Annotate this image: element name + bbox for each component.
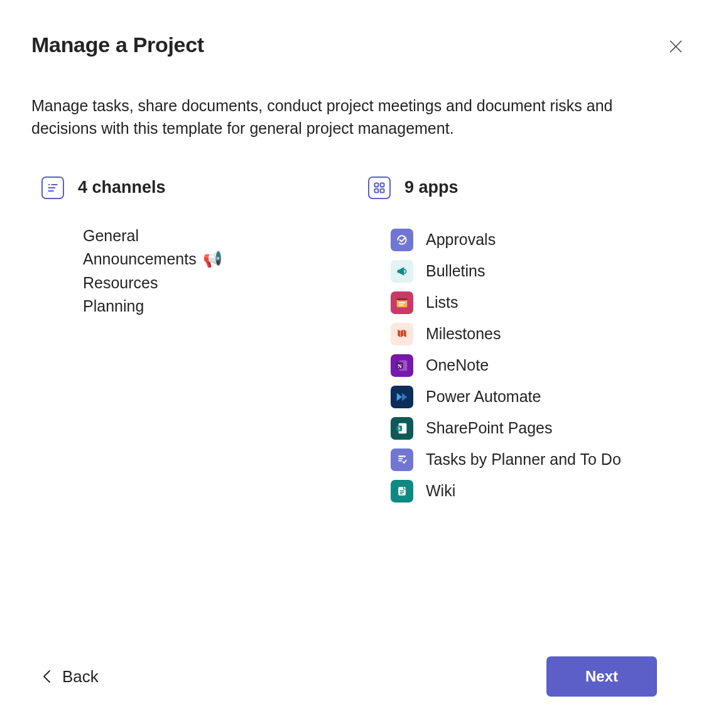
app-label: Bulletins	[426, 262, 485, 280]
app-label: SharePoint Pages	[426, 419, 553, 437]
app-label: Tasks by Planner and To Do	[426, 450, 621, 469]
app-item: Tasks by Planner and To Do	[391, 444, 685, 475]
app-item: Milestones	[391, 318, 685, 350]
close-icon	[668, 39, 683, 54]
app-item: SSharePoint Pages	[391, 413, 685, 444]
bulletins-icon	[391, 260, 413, 283]
approvals-icon	[391, 229, 413, 251]
svg-rect-11	[397, 298, 408, 300]
svg-text:S: S	[398, 425, 400, 431]
svg-rect-7	[381, 183, 384, 187]
app-list: ApprovalsBulletinsListsMilestonesNOneNot…	[358, 224, 685, 507]
apps-heading: 9 apps	[404, 178, 458, 197]
app-item: Power Automate	[391, 381, 685, 413]
chevron-left-icon	[43, 670, 51, 683]
next-button[interactable]: Next	[546, 656, 657, 697]
svg-rect-12	[399, 302, 406, 303]
app-item: NOneNote	[391, 350, 685, 381]
milestones-icon	[391, 323, 413, 345]
page-description: Manage tasks, share documents, conduct p…	[31, 94, 659, 140]
svg-rect-6	[375, 183, 379, 187]
svg-point-2	[48, 183, 50, 185]
svg-rect-10	[397, 299, 408, 307]
svg-text:N: N	[398, 362, 402, 369]
channels-icon	[41, 177, 64, 199]
onenote-icon: N	[391, 354, 413, 377]
app-label: Power Automate	[426, 388, 541, 406]
apps-icon	[368, 177, 391, 199]
channel-item: General	[83, 224, 345, 248]
svg-rect-8	[375, 188, 379, 192]
page-title: Manage a Project	[31, 33, 204, 57]
tasks-icon	[391, 448, 413, 471]
channels-column: 4 channels GeneralAnnouncements📢Resource…	[31, 177, 345, 507]
channel-list: GeneralAnnouncements📢ResourcesPlanning	[31, 224, 345, 318]
app-item: Wiki	[391, 475, 685, 507]
svg-rect-13	[399, 304, 404, 305]
channel-label: General	[83, 224, 139, 248]
apps-column: 9 apps ApprovalsBulletinsListsMilestones…	[358, 177, 685, 507]
app-label: OneNote	[426, 356, 489, 374]
channel-label: Planning	[83, 295, 144, 318]
channel-label: Resources	[83, 271, 158, 295]
app-label: Approvals	[426, 231, 496, 249]
app-label: Wiki	[426, 482, 455, 500]
app-item: Approvals	[391, 224, 685, 256]
close-button[interactable]	[664, 35, 687, 58]
lists-icon	[391, 291, 413, 314]
app-label: Lists	[426, 293, 458, 312]
back-label: Back	[62, 667, 99, 687]
channel-item: Planning	[83, 295, 345, 318]
svg-rect-9	[381, 188, 384, 192]
sharepoint-icon: S	[391, 417, 413, 440]
channels-heading: 4 channels	[78, 178, 166, 197]
app-item: Bulletins	[391, 256, 685, 287]
app-label: Milestones	[426, 325, 501, 343]
back-button[interactable]: Back	[31, 661, 102, 693]
megaphone-icon: 📢	[203, 247, 222, 271]
app-item: Lists	[391, 287, 685, 318]
channel-item: Announcements📢	[83, 247, 345, 271]
powerautomate-icon	[391, 386, 413, 408]
channel-item: Resources	[83, 271, 345, 295]
channel-label: Announcements	[83, 247, 197, 271]
wiki-icon	[391, 480, 413, 503]
svg-rect-23	[398, 455, 406, 457]
